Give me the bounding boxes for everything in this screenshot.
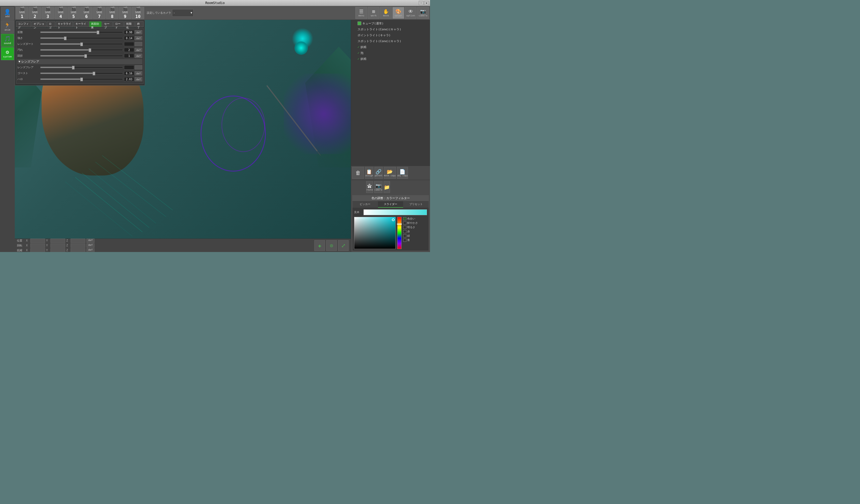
save-btn-4[interactable]: 🎬 SAVE 4 [55, 7, 67, 19]
toolbar-work-btn[interactable]: ⊞ work [368, 7, 379, 19]
move-copy-btn[interactable]: 📂 move copy [384, 167, 396, 179]
ghost-def-btn[interactable]: def [135, 71, 142, 75]
assign-btn[interactable]: 📋 assign [365, 167, 373, 179]
save-btn-10[interactable]: 🎬 SAVE 10 [132, 7, 144, 19]
rot-x-input[interactable] [30, 243, 45, 248]
pos-x-label: X [26, 239, 29, 242]
scale-z-input[interactable] [71, 248, 85, 252]
config-btn[interactable]: コンフィグ [16, 21, 31, 27]
tree-item-bubble[interactable]: ✓ 泡 [352, 50, 429, 56]
diffuse-def-btn[interactable]: def [135, 30, 142, 34]
color-gradient-picker[interactable] [354, 217, 396, 249]
save-btn-5[interactable]: 🎬 SAVE 5 [67, 7, 80, 19]
sidebar-item-system[interactable]: ⚙ system [1, 47, 14, 60]
green-checkbox[interactable] [403, 234, 406, 237]
sidebar-item-add[interactable]: 👤 add [1, 7, 14, 20]
rot-z-input[interactable] [71, 243, 85, 248]
dirt-slider[interactable] [40, 49, 123, 51]
sidebar-item-anim[interactable]: 🏃 anim [1, 20, 14, 33]
save-btn-1[interactable]: 🎬 SAVE 1 [16, 7, 28, 19]
ghost-slider[interactable] [40, 72, 123, 74]
save-btn-8[interactable]: 🎬 SAVE 8 [106, 7, 118, 19]
parent-btn[interactable]: 🔗 parent [374, 167, 383, 179]
dirt-def-btn[interactable]: def [135, 48, 142, 52]
tab-picker[interactable]: ピッカー [353, 201, 378, 208]
screen-effect-btn[interactable]: 画面効果 [89, 21, 102, 27]
toolbar-option-btn[interactable]: 👁 option [405, 7, 417, 19]
tree-item-cube[interactable]: キューブ(通常) [352, 20, 429, 26]
brightness-checkbox[interactable] [403, 226, 406, 229]
route-btn[interactable]: 🛣 route [366, 181, 373, 193]
save-btn-7[interactable]: 🎬 SAVE 7 [93, 7, 105, 19]
strength-label: 強さ [17, 36, 40, 40]
lens-flare-section-header[interactable]: ▼ レンズフレア [17, 59, 142, 64]
init-btn[interactable]: 初期化 [124, 21, 135, 27]
obj-copy-btn[interactable]: 📄 obj copy [397, 167, 408, 179]
toolbar-color-btn[interactable]: 🎨 color [392, 7, 404, 19]
hue-checkbox[interactable]: ✓ [403, 217, 406, 220]
record-btn[interactable]: ⊙ [326, 240, 337, 251]
toolbar-menu-btn[interactable]: ☰ menu [355, 7, 367, 19]
pos-x-input[interactable] [30, 239, 45, 243]
saturation-checkbox[interactable] [403, 221, 406, 225]
tree-item-pointlight[interactable]: ポイントライト(キャラ) [352, 32, 429, 38]
char-light-btn[interactable]: キャラライト [56, 21, 73, 27]
tab-preset[interactable]: プリセット [403, 201, 429, 208]
rot-y-label: Y [46, 244, 49, 247]
delete-btn[interactable]: 🗑 [352, 167, 364, 179]
tree-item-fairy1[interactable]: ✓ 妖精 [352, 44, 429, 50]
lensdirt-slider[interactable] [40, 43, 123, 45]
blue-checkbox[interactable] [403, 239, 406, 242]
lensdirt-def-btn[interactable] [135, 42, 142, 46]
option-btn[interactable]: オプション [32, 21, 47, 27]
scale-x-input[interactable] [30, 248, 45, 252]
strength-slider[interactable] [40, 37, 123, 39]
tree-check-icon-2: ✓ [358, 45, 359, 49]
save-btn-2[interactable]: 🎬 SAVE 2 [29, 7, 41, 19]
halo-def-btn[interactable]: def [135, 77, 142, 81]
lensflare-slider[interactable] [40, 67, 123, 68]
svg-line-5 [89, 169, 156, 223]
tree-item-spotlight1[interactable]: スポットライト(Cone)(キャラ) [352, 26, 429, 32]
save-btn-9[interactable]: 🎬 SAVE 9 [119, 7, 131, 19]
quit-btn[interactable]: 終了 [135, 21, 144, 27]
expand-btn[interactable]: ⤢ [338, 240, 349, 251]
save-ctrl-btn[interactable]: セーブ [102, 21, 113, 27]
camera-dropdown[interactable]: - ▼ [172, 9, 194, 17]
red-checkbox[interactable] [403, 230, 406, 233]
minimize-button[interactable]: － [419, 1, 424, 5]
logo-btn[interactable]: ロゴ [47, 21, 55, 27]
tab-slider[interactable]: スライダー [378, 201, 403, 208]
hue-slider[interactable] [397, 217, 402, 249]
halo-slider[interactable] [40, 78, 123, 80]
save-btn-6[interactable]: 🎬 SAVE 6 [80, 7, 92, 19]
tree-item-spotlight2[interactable]: スポットライト(Cone)(キャラ) [352, 38, 429, 44]
window-title: RoomStudio [205, 1, 225, 5]
scale-def-btn[interactable]: def [86, 248, 95, 252]
toolbar-camera-btn[interactable]: 📷 camera [417, 7, 429, 19]
diffraction-def-btn[interactable]: def [135, 54, 142, 58]
close-button[interactable]: × [424, 1, 429, 5]
save-btn-3[interactable]: 🎬 SAVE 3 [42, 7, 54, 19]
rot-def-btn[interactable]: def [86, 243, 95, 248]
pos-z-input[interactable] [71, 239, 85, 243]
lensflare-def-btn[interactable] [135, 65, 142, 70]
sidebar-label-add: add [5, 15, 10, 18]
rot-y-input[interactable] [51, 243, 65, 248]
add-cross-btn[interactable]: ✚ [314, 240, 325, 251]
scale-y-input[interactable] [51, 248, 65, 252]
key-light-btn[interactable]: キーライト [74, 21, 89, 27]
sidebar-item-sound[interactable]: 🎵 sound [1, 34, 14, 47]
load-btn[interactable]: ロード [113, 21, 124, 27]
folder-btn[interactable]: 📁 [384, 181, 390, 193]
strength-def-btn[interactable]: def [135, 36, 142, 40]
red-option-label: 赤 [407, 230, 410, 233]
diffuse-slider[interactable] [40, 31, 123, 33]
tree-item-label: スポットライト(Cone)(キャラ) [358, 27, 401, 31]
tree-item-fairy2[interactable]: ✓ 妖精 [352, 56, 429, 62]
pos-def-btn[interactable]: def [86, 239, 95, 243]
diffraction-slider[interactable] [40, 55, 123, 57]
toolbar-move-btn[interactable]: ✋ move [380, 7, 392, 19]
camera-right-btn[interactable]: 📷 camera [374, 181, 383, 193]
pos-y-input[interactable] [51, 239, 65, 243]
